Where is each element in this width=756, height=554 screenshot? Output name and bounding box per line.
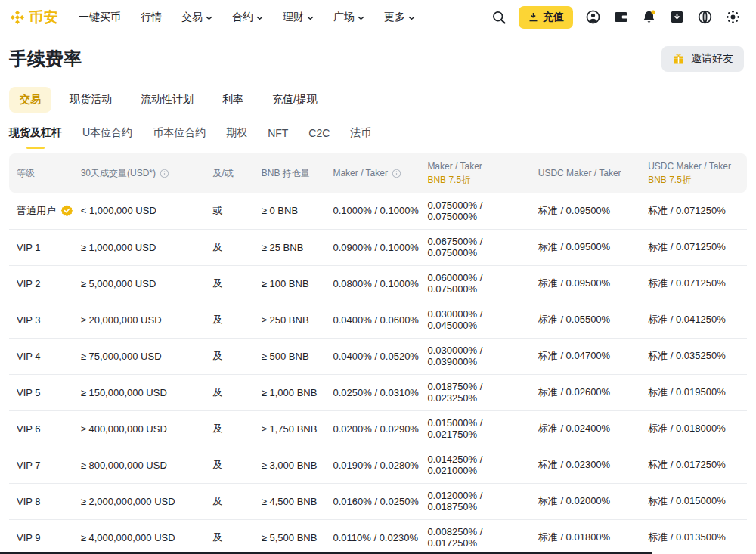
subtab-usdm-futures[interactable]: U本位合约 xyxy=(82,126,132,149)
level-label: VIP 1 xyxy=(17,242,41,253)
language-button[interactable] xyxy=(693,6,716,29)
maker-taker-cell: 0.0400% / 0.0520% xyxy=(333,338,427,374)
deposit-button[interactable]: 充值 xyxy=(519,6,573,29)
usdc-maker-taker-bnb-cell: 标准 / 0.017250% xyxy=(648,447,747,483)
notifications-button[interactable] xyxy=(637,6,660,29)
bnb-balance-cell: ≥ 25 BNB xyxy=(262,229,333,265)
and-or-cell: 或 xyxy=(212,193,261,229)
and-or-cell: 及 xyxy=(212,410,261,447)
subtab-fiat[interactable]: 法币 xyxy=(350,126,371,149)
search-button[interactable] xyxy=(488,6,510,29)
subtab-c2c[interactable]: C2C xyxy=(308,127,330,148)
info-icon[interactable] xyxy=(392,169,401,178)
bnb-balance-cell: ≥ 500 BNB xyxy=(262,338,333,374)
maker-taker-bnb-cell: 0.030000% / 0.039000% xyxy=(427,338,538,374)
main-nav: 一键买币 行情 交易 合约 理财 广场 更多 xyxy=(69,0,425,34)
nav-item-earn[interactable]: 理财 xyxy=(273,0,324,34)
tab-trading[interactable]: 交易 xyxy=(9,87,51,113)
usdc-maker-taker-cell: 标准 / 0.02400% xyxy=(538,410,648,447)
theme-button[interactable] xyxy=(721,6,744,29)
top-navbar: 币安 一键买币 行情 交易 合约 理财 广场 更多 充值 xyxy=(0,0,756,34)
usdc-maker-taker-bnb-cell: 标准 / 0.071250% xyxy=(648,193,747,229)
bnb-balance-cell: ≥ 4,500 BNB xyxy=(262,483,333,519)
table-row: VIP 9 ≥ 4,000,000,000 USD 及 ≥ 5,500 BNB … xyxy=(9,519,747,554)
maker-taker-cell: 0.0110% / 0.0230% xyxy=(333,519,427,554)
header-volume: 30天成交量(USD*) xyxy=(81,153,213,193)
table-row: VIP 1 ≥ 1,000,000 USD 及 ≥ 25 BNB 0.0900%… xyxy=(9,229,747,265)
level-cell: VIP 1 xyxy=(9,229,81,265)
table-row: VIP 6 ≥ 400,000,000 USD 及 ≥ 1,750 BNB 0.… xyxy=(9,410,747,447)
volume-cell: ≥ 1,000,000 USD xyxy=(81,229,213,265)
nav-item-markets[interactable]: 行情 xyxy=(131,0,172,34)
usdc-maker-taker-bnb-cell: 标准 / 0.015000% xyxy=(648,483,747,519)
tab-liquidity-program[interactable]: 流动性计划 xyxy=(130,87,204,113)
nav-item-trade[interactable]: 交易 xyxy=(172,0,222,34)
deposit-label: 充值 xyxy=(543,11,564,24)
level-cell: VIP 4 xyxy=(9,338,81,374)
usdc-maker-taker-cell: 标准 / 0.02000% xyxy=(538,483,648,519)
usdc-maker-taker-bnb-cell: 标准 / 0.019500% xyxy=(648,374,747,410)
level-label: VIP 2 xyxy=(17,278,41,289)
tab-deposit-withdraw[interactable]: 充值/提现 xyxy=(262,87,328,113)
nav-item-buy-crypto[interactable]: 一键买币 xyxy=(69,0,131,34)
level-cell: VIP 8 xyxy=(9,483,81,519)
usdc-maker-taker-cell: 标准 / 0.09500% xyxy=(538,265,648,302)
and-or-cell: 及 xyxy=(212,229,261,265)
volume-cell: ≥ 400,000,000 USD xyxy=(81,410,213,447)
level-cell: VIP 7 xyxy=(9,447,81,483)
maker-taker-cell: 0.0190% / 0.0280% xyxy=(333,447,427,483)
chevron-down-icon xyxy=(256,16,263,20)
level-label: VIP 7 xyxy=(17,460,41,471)
maker-taker-cell: 0.0900% / 0.1000% xyxy=(333,229,427,265)
nav-item-futures[interactable]: 合约 xyxy=(222,0,273,34)
usdc-maker-taker-cell: 标准 / 0.01800% xyxy=(538,519,648,554)
bnb-balance-cell: ≥ 1,000 BNB xyxy=(262,374,333,410)
and-or-cell: 及 xyxy=(212,519,261,554)
maker-taker-bnb-cell: 0.015000% / 0.021750% xyxy=(427,410,538,447)
binance-logo[interactable]: 币安 xyxy=(9,8,58,27)
nav-item-more[interactable]: 更多 xyxy=(374,0,425,34)
level-label: VIP 6 xyxy=(17,423,41,435)
header-usdc-maker-taker-bnb: USDC Maker / Taker BNB 7.5折 xyxy=(648,153,747,193)
header-level: 等级 xyxy=(9,153,81,193)
level-label: VIP 8 xyxy=(17,496,41,507)
download-app-button[interactable] xyxy=(665,6,688,29)
header-bnb-balance: BNB 持仓量 xyxy=(262,153,333,193)
usdc-maker-taker-bnb-cell: 标准 / 0.071250% xyxy=(648,265,747,302)
maker-taker-cell: 0.0800% / 0.1000% xyxy=(333,265,427,302)
profile-button[interactable] xyxy=(581,6,604,29)
maker-taker-bnb-cell: 0.014250% / 0.021000% xyxy=(427,447,538,483)
and-or-cell: 及 xyxy=(212,265,261,302)
nav-item-square[interactable]: 广场 xyxy=(324,0,374,34)
level-cell: 普通用户 xyxy=(9,193,81,229)
header-maker-taker-bnb: Maker / Taker BNB 7.5折 xyxy=(427,153,538,193)
subtab-nft[interactable]: NFT xyxy=(268,127,288,148)
and-or-cell: 及 xyxy=(212,338,261,374)
tab-interest-rate[interactable]: 利率 xyxy=(212,87,254,113)
bnb-discount-link[interactable]: BNB 7.5折 xyxy=(648,175,691,186)
table-row: VIP 4 ≥ 75,000,000 USD 及 ≥ 500 BNB 0.040… xyxy=(9,338,747,374)
and-or-cell: 及 xyxy=(212,302,261,338)
volume-cell: ≥ 20,000,000 USD xyxy=(81,302,213,338)
verified-badge-icon xyxy=(60,204,73,217)
fee-table-container: 等级 30天成交量(USD*) 及/或 BNB 持仓量 Maker / Take… xyxy=(0,149,756,554)
subtab-options[interactable]: 期权 xyxy=(226,126,247,149)
usdc-maker-taker-bnb-cell: 标准 / 0.013500% xyxy=(648,519,747,554)
deposit-icon xyxy=(528,11,539,23)
wallet-button[interactable] xyxy=(609,6,632,29)
subtab-coinm-futures[interactable]: 币本位合约 xyxy=(153,126,206,149)
subtab-spot-margin[interactable]: 现货及杠杆 xyxy=(9,126,62,149)
tab-spot-activities[interactable]: 现货活动 xyxy=(59,87,122,113)
chevron-down-icon xyxy=(206,16,212,20)
bnb-balance-cell: ≥ 1,750 BNB xyxy=(262,410,333,447)
bnb-discount-link[interactable]: BNB 7.5折 xyxy=(427,175,470,186)
info-icon[interactable] xyxy=(160,169,169,178)
level-cell: VIP 5 xyxy=(9,374,81,410)
bnb-balance-cell: ≥ 100 BNB xyxy=(262,265,333,302)
invite-friends-button[interactable]: 邀请好友 xyxy=(662,46,744,72)
maker-taker-cell: 0.1000% / 0.1000% xyxy=(333,193,427,229)
level-cell: VIP 3 xyxy=(9,302,81,338)
maker-taker-cell: 0.0160% / 0.0250% xyxy=(333,483,427,519)
maker-taker-bnb-cell: 0.075000% / 0.075000% xyxy=(427,193,538,229)
volume-cell: ≥ 2,000,000,000 USD xyxy=(81,483,213,519)
